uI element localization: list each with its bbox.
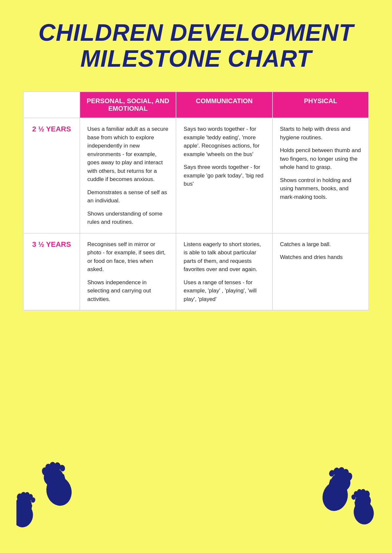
- personal-item: Shows independence in selecting and carr…: [87, 278, 168, 304]
- communication-cell: Says two words together - for example 't…: [176, 118, 272, 233]
- communication-item: Says three words together - for example …: [184, 163, 265, 188]
- communication-item: Says two words together - for example 't…: [184, 125, 265, 158]
- communication-cell: Listens eagerly to short stories, is abl…: [176, 233, 272, 311]
- header-communication: COMMUNICATION: [176, 92, 272, 118]
- physical-cell: Catches a large ball.Watches and dries h…: [272, 233, 369, 311]
- age-cell: 2 ½ YEARS: [23, 118, 80, 233]
- personal-cell: Uses a familiar adult as a secure base f…: [80, 118, 176, 233]
- communication-item: Listens eagerly to short stories, is abl…: [184, 240, 265, 274]
- physical-item: Shows control in holding and using hamme…: [280, 176, 361, 201]
- right-footprints-svg: [300, 447, 376, 532]
- footprints-left: [16, 447, 92, 533]
- page: CHILDREN DEVELOPMENT MILESTONE CHART PER…: [0, 0, 392, 553]
- age-cell: 3 ½ YEARS: [23, 233, 80, 311]
- personal-item: Demonstrates a sense of self as an indiv…: [87, 188, 168, 205]
- svg-rect-26: [354, 499, 372, 514]
- personal-item: Shows understanding of some rules and ro…: [87, 210, 168, 226]
- page-title: CHILDREN DEVELOPMENT MILESTONE CHART: [23, 20, 369, 72]
- physical-item: Catches a large ball.: [280, 240, 361, 249]
- footprints-right: [300, 447, 376, 533]
- milestone-chart: PERSONAL, SOCIAL, AND EMOTIONAL COMMUNIC…: [23, 91, 369, 311]
- header-personal: PERSONAL, SOCIAL, AND EMOTIONAL: [80, 92, 176, 118]
- left-footprints-svg: [16, 447, 92, 532]
- personal-item: Recognises self in mirror or photo - for…: [87, 240, 168, 274]
- communication-item: Uses a range of tenses - for example, 'p…: [184, 278, 265, 304]
- svg-rect-10: [16, 502, 33, 517]
- personal-item: Uses a familiar adult as a secure base f…: [87, 125, 168, 184]
- table-row: 3 ½ YEARSRecognises self in mirror or ph…: [23, 233, 369, 311]
- table-header-row: PERSONAL, SOCIAL, AND EMOTIONAL COMMUNIC…: [23, 92, 369, 118]
- physical-item: Holds pencil between thumb and two finge…: [280, 146, 361, 172]
- physical-item: Watches and dries hands: [280, 253, 361, 262]
- header-blank-cell: [23, 92, 80, 118]
- table-row: 2 ½ YEARSUses a familiar adult as a secu…: [23, 118, 369, 233]
- personal-cell: Recognises self in mirror or photo - for…: [80, 233, 176, 311]
- header-physical: PHYSICAL: [272, 92, 369, 118]
- physical-item: Starts to help with dress and hygiene ro…: [280, 125, 361, 142]
- physical-cell: Starts to help with dress and hygiene ro…: [272, 118, 369, 233]
